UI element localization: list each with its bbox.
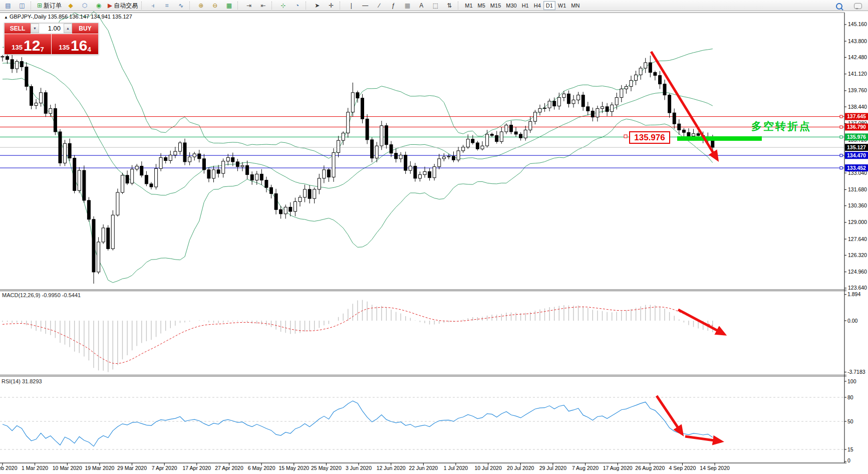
auto-scroll-icon[interactable]: ⇥	[242, 1, 255, 11]
candle-body	[577, 95, 580, 100]
candle-body	[620, 89, 623, 98]
trendline-icon[interactable]: ∕	[373, 1, 386, 11]
candle-body	[265, 180, 268, 188]
candle-body	[414, 166, 417, 178]
candle-body	[524, 130, 527, 138]
rsi-tick-label: 0	[847, 457, 850, 463]
arrows-icon: ⇅	[447, 1, 452, 10]
tile-windows-icon[interactable]: ▦	[222, 1, 235, 11]
buy-price[interactable]: 135 16 4	[52, 34, 98, 54]
candle-body	[44, 93, 47, 114]
autotrading-icon[interactable]: ▶自动交易	[106, 1, 139, 11]
timeframe-m5[interactable]: M5	[475, 1, 488, 10]
hline-handle[interactable]	[840, 115, 842, 118]
candle-body	[654, 73, 657, 76]
candle-body	[347, 112, 350, 133]
timeframe-h4[interactable]: H4	[531, 1, 543, 10]
volume-input[interactable]: 1.00	[39, 24, 64, 33]
fibonacci-icon[interactable]: ƒ	[387, 1, 400, 11]
buy-button[interactable]: BUY	[72, 23, 98, 34]
chart-window-icon[interactable]: ▤	[2, 1, 15, 11]
periods-dropdown-icon[interactable]: ◔	[291, 1, 304, 11]
line-chart-icon[interactable]: ∿	[174, 1, 187, 11]
volume-up-button[interactable]: ▲	[64, 24, 72, 33]
timeframe-w1[interactable]: W1	[555, 1, 569, 10]
candle-body	[471, 139, 474, 143]
zoom-in-icon[interactable]: ⊕	[194, 1, 207, 11]
chat-icon[interactable]	[851, 1, 864, 11]
autotrading-label: 自动交易	[114, 1, 138, 10]
toolbar: ▤◫⊞新订单◆⬡◉▶自动交易⫞⌗∿⊕⊖▦⇥⇤⊹◔➤✛|—∕ƒ▦A⬚⇅M1M5M1…	[0, 0, 868, 11]
timeframe-m15[interactable]: M15	[488, 1, 503, 10]
timeframe-h1[interactable]: H1	[519, 1, 531, 10]
horizontal-line-icon: —	[362, 1, 368, 10]
hline-handle[interactable]	[840, 154, 842, 157]
chart-canvas[interactable]: 145.160143.800142.480141.120139.760138.4…	[0, 0, 868, 474]
candle-chart-icon[interactable]: ⌗	[160, 1, 173, 11]
price-callout[interactable]: 135.976	[629, 131, 670, 144]
vertical-line-icon[interactable]: |	[345, 1, 358, 11]
arrows-icon[interactable]: ⇅	[443, 1, 456, 11]
grid-icon[interactable]: ▦	[401, 1, 414, 11]
price-tick-label: 142.480	[848, 54, 867, 60]
cursor-icon[interactable]: ➤	[311, 1, 324, 11]
auto-scroll-icon: ⇥	[246, 1, 251, 10]
candle-body	[107, 228, 110, 249]
new-order-icon[interactable]: ⊞新订单	[36, 1, 63, 11]
chart-shift-icon[interactable]: ⇤	[256, 1, 269, 11]
support-highlight-bar[interactable]	[677, 136, 762, 141]
hline-handle[interactable]	[840, 126, 842, 128]
text-icon[interactable]: A	[415, 1, 428, 11]
date-label: 22 Jun 2020	[409, 465, 438, 471]
candle-body	[587, 107, 590, 111]
macd-indicator-label: MACD(12,26,9) -0.9950 -0.5441	[2, 292, 81, 298]
candle-body	[323, 170, 326, 178]
horizontal-line-icon[interactable]: —	[359, 1, 372, 11]
search-icon[interactable]	[832, 1, 845, 11]
metaeditor-icon[interactable]: ◆	[64, 1, 77, 11]
candle-body	[476, 143, 479, 149]
candle-body	[102, 228, 105, 242]
date-label: 15 May 2020	[278, 465, 309, 471]
price-tick-label: 131.680	[848, 186, 867, 192]
signals-icon[interactable]: ◉	[92, 1, 105, 11]
candle-body	[538, 109, 541, 112]
sell-button[interactable]: SELL	[5, 23, 31, 34]
text-label-icon[interactable]: ⬚	[429, 1, 442, 11]
candle-body	[692, 134, 695, 136]
navigator-icon[interactable]: ◫	[16, 1, 29, 11]
hline-handle[interactable]	[840, 167, 842, 169]
candle-body	[270, 187, 273, 193]
candle-body	[116, 192, 119, 215]
toolbar-separator	[306, 2, 309, 10]
timeframe-m30[interactable]: M30	[503, 1, 519, 10]
price-tick-label: 138.440	[848, 104, 867, 110]
date-label: 20 Jul 2020	[507, 465, 534, 471]
candle-body	[447, 156, 450, 157]
date-label: 14 Sep 2020	[700, 465, 730, 471]
date-label: 1 Mar 2020	[22, 465, 48, 471]
turning-point-note[interactable]: 多空转折点	[751, 119, 811, 133]
candle-body	[572, 100, 575, 104]
candle-body	[457, 151, 460, 160]
candle-body	[68, 143, 71, 158]
sell-price[interactable]: 135 12 7	[5, 34, 52, 54]
timeframe-m1[interactable]: M1	[462, 1, 475, 10]
volume-down-button[interactable]: ▼	[31, 24, 39, 33]
callout-handle[interactable]	[624, 135, 627, 138]
candle-body	[202, 159, 205, 170]
price-tick-label: 127.640	[848, 236, 867, 242]
experts-icon[interactable]: ⬡	[78, 1, 91, 11]
candle-body	[567, 94, 570, 104]
crosshair-icon[interactable]: ✛	[325, 1, 338, 11]
bar-chart-icon[interactable]: ⫞	[146, 1, 159, 11]
cursor-icon: ➤	[315, 1, 320, 10]
hline-handle[interactable]	[840, 136, 842, 138]
candle-body	[174, 151, 177, 155]
indicators-icon[interactable]: ⊹	[276, 1, 290, 11]
candle-body	[663, 84, 666, 95]
ohlc-values: 135.856 136.147 134.941 135.127	[48, 14, 132, 20]
timeframe-mn[interactable]: MN	[568, 1, 582, 10]
zoom-out-icon[interactable]: ⊖	[208, 1, 221, 11]
timeframe-d1[interactable]: D1	[543, 1, 555, 10]
